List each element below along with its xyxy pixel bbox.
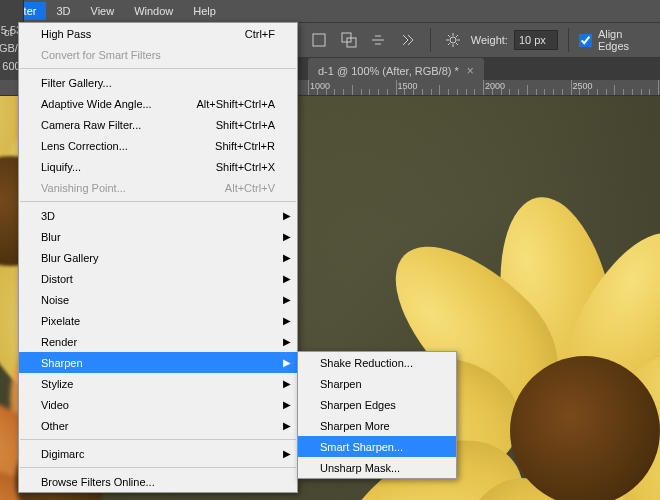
menu-item-blur-gallery[interactable]: Blur Gallery▶ (19, 247, 297, 268)
menu-item-blur[interactable]: Blur▶ (19, 226, 297, 247)
menu-item-convert-for-smart-filters: Convert for Smart Filters (19, 44, 297, 65)
menu-item-adaptive-wide-angle[interactable]: Adaptive Wide Angle...Alt+Shift+Ctrl+A (19, 93, 297, 114)
submenu-item-smart-sharpen[interactable]: Smart Sharpen... (298, 436, 456, 457)
submenu-item-shake-reduction[interactable]: Shake Reduction... (298, 352, 456, 373)
chevron-right-icon: ▶ (283, 294, 291, 305)
menu-item-high-pass[interactable]: High PassCtrl+F (19, 23, 297, 44)
filter-menu: High PassCtrl+FConvert for Smart Filters… (18, 22, 298, 493)
menu-view[interactable]: View (81, 2, 125, 20)
menu-item-distort[interactable]: Distort▶ (19, 268, 297, 289)
gear-icon[interactable] (441, 28, 465, 52)
align-edges-checkbox[interactable] (579, 34, 592, 47)
menu-item-stylize[interactable]: Stylize▶ (19, 373, 297, 394)
menu-item-filter-gallery[interactable]: Filter Gallery... (19, 72, 297, 93)
align-icon[interactable] (367, 28, 391, 52)
chevron-right-icon: ▶ (283, 378, 291, 389)
menu-3d[interactable]: 3D (46, 2, 80, 20)
submenu-item-sharpen-more[interactable]: Sharpen More (298, 415, 456, 436)
arrange-icon[interactable] (396, 28, 420, 52)
svg-point-3 (450, 37, 456, 43)
menu-item-liquify[interactable]: Liquify...Shift+Ctrl+X (19, 156, 297, 177)
chevron-right-icon: ▶ (283, 399, 291, 410)
menu-window[interactable]: Window (124, 2, 183, 20)
menu-item-browse-filters-online[interactable]: Browse Filters Online... (19, 471, 297, 492)
chevron-right-icon: ▶ (283, 357, 291, 368)
menu-item-3d[interactable]: 3D▶ (19, 205, 297, 226)
chevron-right-icon: ▶ (283, 420, 291, 431)
submenu-item-sharpen[interactable]: Sharpen (298, 373, 456, 394)
menu-item-sharpen[interactable]: Sharpen▶ (19, 352, 297, 373)
chevron-right-icon: ▶ (283, 252, 291, 263)
chevron-right-icon: ▶ (283, 273, 291, 284)
menu-item-camera-raw-filter[interactable]: Camera Raw Filter...Shift+Ctrl+A (19, 114, 297, 135)
menu-item-digimarc[interactable]: Digimarc▶ (19, 443, 297, 464)
menu-item-noise[interactable]: Noise▶ (19, 289, 297, 310)
submenu-item-sharpen-edges[interactable]: Sharpen Edges (298, 394, 456, 415)
path-ops-icon[interactable] (337, 28, 361, 52)
chevron-right-icon: ▶ (283, 336, 291, 347)
menubar: Filter3DViewWindowHelp (0, 0, 660, 22)
svg-rect-0 (313, 34, 325, 46)
menu-item-video[interactable]: Video▶ (19, 394, 297, 415)
chevron-right-icon: ▶ (283, 448, 291, 459)
menu-help[interactable]: Help (183, 2, 226, 20)
menu-item-vanishing-point: Vanishing Point...Alt+Ctrl+V (19, 177, 297, 198)
submenu-item-unsharp-mask[interactable]: Unsharp Mask... (298, 457, 456, 478)
shape-mode-icon[interactable] (307, 28, 331, 52)
menu-item-lens-correction[interactable]: Lens Correction...Shift+Ctrl+R (19, 135, 297, 156)
menu-item-render[interactable]: Render▶ (19, 331, 297, 352)
chevron-right-icon: ▶ (283, 315, 291, 326)
document-tab[interactable]: d-1 @ 100% (After, RGB/8) * × (308, 58, 484, 80)
menu-item-other[interactable]: Other▶ (19, 415, 297, 436)
chevron-right-icon: ▶ (283, 231, 291, 242)
weight-label: Weight: (471, 34, 508, 46)
chevron-right-icon: ▶ (283, 210, 291, 221)
tab-title: d-1 @ 100% (After, RGB/8) * (318, 65, 459, 77)
weight-input[interactable] (514, 30, 558, 50)
align-edges-label[interactable]: Align Edges (598, 28, 656, 52)
close-icon[interactable]: × (467, 64, 474, 78)
sharpen-submenu: Shake Reduction...SharpenSharpen EdgesSh… (297, 351, 457, 479)
menu-item-pixelate[interactable]: Pixelate▶ (19, 310, 297, 331)
header-fragment: ct (0, 24, 17, 40)
